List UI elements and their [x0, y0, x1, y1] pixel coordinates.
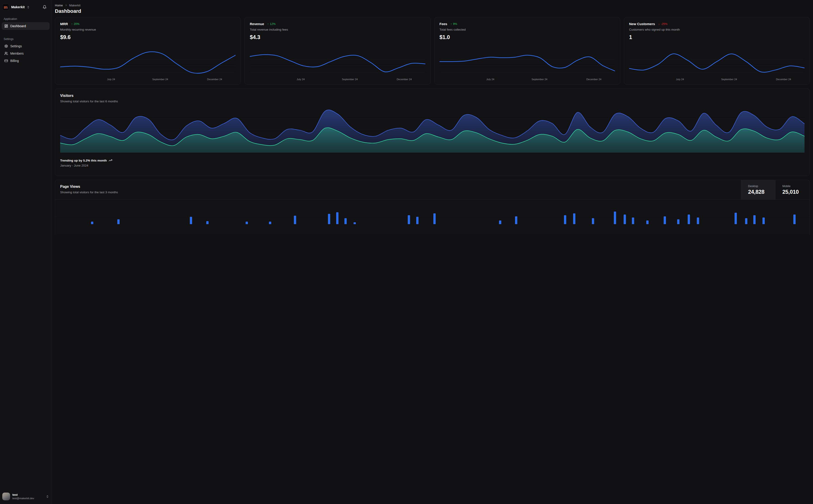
x-tick-label: September 24 [342, 78, 358, 81]
makerkit-logo: m [2, 4, 9, 11]
chevrons-up-down-icon [27, 6, 30, 9]
stat-value: $4.3 [250, 34, 359, 40]
sidebar-item-billing[interactable]: Billing [2, 57, 49, 64]
page-views-bar [91, 222, 93, 222]
breadcrumb-home-link[interactable]: Home [55, 4, 63, 7]
page-views-title: Page Views [60, 185, 359, 189]
users-icon [4, 52, 8, 55]
page-views-bar [117, 219, 120, 222]
workspace-switcher[interactable]: m Makerkit [2, 2, 49, 12]
page-views-bar [294, 216, 296, 222]
page-views-bar [344, 218, 347, 222]
sidebar-item-settings[interactable]: Settings [2, 42, 49, 50]
sparkline-chart: July 24September 24December 24 [60, 48, 236, 82]
sidebar-item-label: Settings [10, 44, 22, 48]
stat-subtitle: Monthly recurring revenue [60, 28, 236, 31]
sparkline-chart: July 24September 24December 24 [250, 48, 359, 82]
stat-subtitle: Total revenue including fees [250, 28, 359, 31]
x-tick-label: September 24 [152, 78, 168, 81]
bell-icon [43, 5, 47, 9]
stat-title: MRR [60, 22, 68, 26]
x-tick-label: July 24 [107, 78, 115, 81]
visitors-trend-text: Trending up by 5.2% this month [60, 159, 107, 162]
visitors-area-chart [60, 108, 359, 153]
page-views-bar [328, 214, 330, 222]
page-views-bar [190, 217, 192, 222]
page-views-bar [336, 212, 339, 222]
visitors-card: Visitors Showing total visitors for the … [55, 88, 359, 176]
notifications-button[interactable] [43, 5, 47, 9]
stat-title: Revenue [250, 22, 264, 26]
breadcrumb-current: Makerkit [69, 4, 80, 7]
sidebar: m Makerkit Application Dashboard Setting… [0, 0, 51, 222]
page-views-subtitle: Showing total visitors for the last 3 mo… [60, 191, 359, 194]
trending-up-icon [109, 159, 112, 162]
visitors-title: Visitors [60, 94, 359, 98]
sidebar-item-members[interactable]: Members [2, 50, 49, 57]
sidebar-section-application: Application [2, 17, 49, 21]
visitors-date-range: January - June 2024 [60, 164, 359, 167]
sparkline-x-axis: July 24September 24December 24 [250, 78, 359, 82]
logo-letter: m [4, 5, 8, 9]
sidebar-item-label: Dashboard [10, 24, 26, 28]
workspace-name: Makerkit [11, 5, 25, 9]
arrow-up-icon: ↑ [71, 22, 72, 26]
page-views-bar [269, 222, 271, 222]
visitors-footer: Trending up by 5.2% this month January -… [60, 159, 359, 167]
chevron-right-icon [65, 4, 67, 7]
page-views-card: Page Views Showing total visitors for th… [55, 180, 359, 222]
credit-card-icon [4, 59, 8, 63]
trend-badge: ↑ 20% [71, 22, 79, 26]
trend-badge: ↑ 12% [267, 22, 276, 26]
stat-cards-row: MRR ↑ 20% Monthly recurring revenue $9.6… [55, 17, 359, 85]
page-views-bar [206, 221, 209, 222]
sidebar-section-settings: Settings [2, 37, 49, 41]
page-views-bar-chart [55, 200, 359, 222]
stat-value: $9.6 [60, 34, 236, 40]
layout-dashboard-icon [4, 24, 8, 28]
sidebar-item-dashboard[interactable]: Dashboard [2, 22, 49, 30]
gear-icon [4, 44, 8, 48]
main-content: Home Makerkit Dashboard MRR ↑ 20% Monthl… [51, 0, 359, 222]
arrow-up-icon: ↑ [267, 22, 269, 26]
visitors-subtitle: Showing total visitors for the last 6 mo… [60, 100, 359, 103]
sidebar-item-label: Members [10, 52, 24, 55]
x-tick-label: December 24 [207, 78, 222, 81]
sidebar-item-label: Billing [10, 59, 19, 63]
breadcrumb: Home Makerkit [55, 3, 359, 7]
page-title: Dashboard [55, 8, 359, 14]
trend-value: 12% [270, 22, 276, 26]
stat-card-mrr: MRR ↑ 20% Monthly recurring revenue $9.6… [55, 17, 241, 85]
stat-card-revenue: Revenue ↑ 12% Total revenue including fe… [245, 17, 359, 85]
page-views-bar [246, 222, 248, 222]
sparkline-x-axis: July 24September 24December 24 [60, 78, 236, 82]
x-tick-label: July 24 [297, 78, 305, 81]
trend-value: 20% [74, 22, 79, 26]
